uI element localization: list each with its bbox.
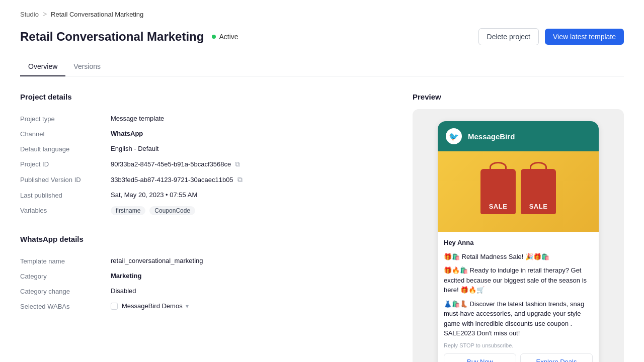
copy-project-id-icon[interactable]: ⧉ xyxy=(235,160,240,168)
wa-brand-name: MessageBird xyxy=(468,132,515,141)
page-title: Retail Conversational Marketing xyxy=(20,30,204,44)
project-details-title: Project details xyxy=(20,93,392,101)
sale-bag-2: SALE xyxy=(521,169,556,214)
table-row: Variables firstname CouponCode xyxy=(20,203,392,219)
whatsapp-details-section: WhatsApp details Template name retail_co… xyxy=(20,235,392,314)
header-left: Retail Conversational Marketing Active xyxy=(20,30,238,44)
table-row: Default language English - Default xyxy=(20,141,392,156)
tab-overview[interactable]: Overview xyxy=(20,57,65,76)
waba-label: MessageBird Demos ▾ xyxy=(122,302,189,310)
wa-explore-deals-button[interactable]: Explore Deals xyxy=(520,353,593,363)
sale-bag-1: SALE xyxy=(480,169,516,214)
whatsapp-details-table: Template name retail_conversational_mark… xyxy=(20,253,392,314)
delete-project-button[interactable]: Delete project xyxy=(478,28,539,45)
wa-header: 🐦 MessageBird xyxy=(438,121,599,151)
table-row: Category Marketing xyxy=(20,268,392,284)
waba-row: MessageBird Demos ▾ xyxy=(111,302,189,310)
messagebird-logo-icon: 🐦 xyxy=(449,132,459,141)
detail-label: Variables xyxy=(20,206,111,214)
wa-buy-now-button[interactable]: Buy Now xyxy=(444,353,516,363)
breadcrumb-separator: > xyxy=(43,10,47,18)
detail-label: Project type xyxy=(20,115,111,123)
variable-tag: firstname xyxy=(111,206,145,215)
wa-preview-image: SALE SALE xyxy=(438,151,599,232)
content-layout: Project details Project type Message tem… xyxy=(20,93,624,362)
published-version-id-value: 33b3fed5-ab87-4123-9721-30acaec11b05 xyxy=(111,176,233,184)
whatsapp-preview-bubble: 🐦 MessageBird SALE SALE xyxy=(438,121,599,362)
wa-line2: 🎁🔥🛍️ Ready to indulge in retail therapy?… xyxy=(444,265,593,295)
right-panel: Preview 🐦 MessageBird SALE xyxy=(413,93,624,362)
wa-action-buttons: Buy Now Explore Deals xyxy=(444,353,593,363)
table-row: Project type Message template xyxy=(20,111,392,126)
status-label: Active xyxy=(219,33,238,41)
wa-line1: 🎁🛍️ Retail Madness Sale! 🎉🎁🛍️ xyxy=(444,252,593,262)
page-header: Retail Conversational Marketing Active D… xyxy=(20,28,624,45)
tabs-bar: Overview Versions xyxy=(20,57,624,76)
whatsapp-details-title: WhatsApp details xyxy=(20,235,392,243)
detail-label: Category change xyxy=(20,287,111,295)
table-row: Last published Sat, May 20, 2023 • 07:55… xyxy=(20,188,392,203)
tab-versions[interactable]: Versions xyxy=(65,57,109,76)
table-row: Published Version ID 33b3fed5-ab87-4123-… xyxy=(20,172,392,188)
table-row: Project ID 90f33ba2-8457-45e5-b91a-5bcac… xyxy=(20,156,392,172)
wa-greeting: Hey Anna xyxy=(444,238,593,248)
breadcrumb-parent-link[interactable]: Studio xyxy=(20,11,39,18)
status-dot-icon xyxy=(212,35,216,39)
detail-label: Project ID xyxy=(20,160,111,168)
project-details-table: Project type Message template Channel Wh… xyxy=(20,111,392,219)
wa-reply-stop: Reply STOP to unsubscribe. xyxy=(444,342,593,348)
detail-label: Published Version ID xyxy=(20,175,111,184)
header-actions: Delete project View latest template xyxy=(478,28,624,45)
wa-message-content: Hey Anna 🎁🛍️ Retail Madness Sale! 🎉🎁🛍️ 🎁… xyxy=(438,238,599,362)
preview-title: Preview xyxy=(413,93,624,101)
detail-value[interactable]: MessageBird Demos ▾ xyxy=(111,302,189,310)
detail-value: firstname CouponCode xyxy=(111,206,195,215)
breadcrumb-current: Retail Conversational Marketing xyxy=(51,11,143,18)
detail-label: Template name xyxy=(20,257,111,265)
waba-checkbox[interactable] xyxy=(111,303,118,310)
status-badge: Active xyxy=(212,33,238,41)
sale-text-2: SALE xyxy=(529,203,548,210)
detail-value: 90f33ba2-8457-45e5-b91a-5bcacf3568ce ⧉ xyxy=(111,160,240,168)
detail-value: Marketing xyxy=(111,272,141,280)
detail-value: Disabled xyxy=(111,287,136,295)
detail-label: Last published xyxy=(20,191,111,199)
detail-label: Default language xyxy=(20,145,111,153)
table-row: Selected WABAs MessageBird Demos ▾ xyxy=(20,299,392,314)
detail-label: Selected WABAs xyxy=(20,302,111,310)
project-id-value: 90f33ba2-8457-45e5-b91a-5bcacf3568ce xyxy=(111,160,231,168)
copy-version-id-icon[interactable]: ⧉ xyxy=(237,175,243,184)
table-row: Category change Disabled xyxy=(20,284,392,299)
detail-value: Sat, May 20, 2023 • 07:55 AM xyxy=(111,191,197,199)
detail-value: 33b3fed5-ab87-4123-9721-30acaec11b05 ⧉ xyxy=(111,175,243,184)
left-panel: Project details Project type Message tem… xyxy=(20,93,392,362)
detail-label: Channel xyxy=(20,130,111,138)
messagebird-logo: 🐦 xyxy=(446,128,462,144)
view-latest-template-button[interactable]: View latest template xyxy=(545,29,624,45)
project-details-section: Project details Project type Message tem… xyxy=(20,93,392,219)
detail-value: retail_conversational_marketing xyxy=(111,257,203,264)
variable-tag: CouponCode xyxy=(149,206,195,215)
detail-label: Category xyxy=(20,272,111,280)
waba-name: MessageBird Demos xyxy=(122,302,183,310)
table-row: Channel WhatsApp xyxy=(20,126,392,141)
wa-greeting-text: Hey Anna xyxy=(444,239,473,246)
sale-text-1: SALE xyxy=(489,203,508,210)
preview-wrapper: 🐦 MessageBird SALE SALE xyxy=(413,109,624,362)
chevron-down-icon[interactable]: ▾ xyxy=(186,303,189,310)
wa-line3: 👗🛍️👢 Discover the latest fashion trends,… xyxy=(444,299,593,338)
detail-value: WhatsApp xyxy=(111,130,143,137)
detail-value: English - Default xyxy=(111,145,158,152)
table-row: Template name retail_conversational_mark… xyxy=(20,253,392,268)
breadcrumb: Studio > Retail Conversational Marketing xyxy=(20,10,624,18)
detail-value: Message template xyxy=(111,115,164,122)
